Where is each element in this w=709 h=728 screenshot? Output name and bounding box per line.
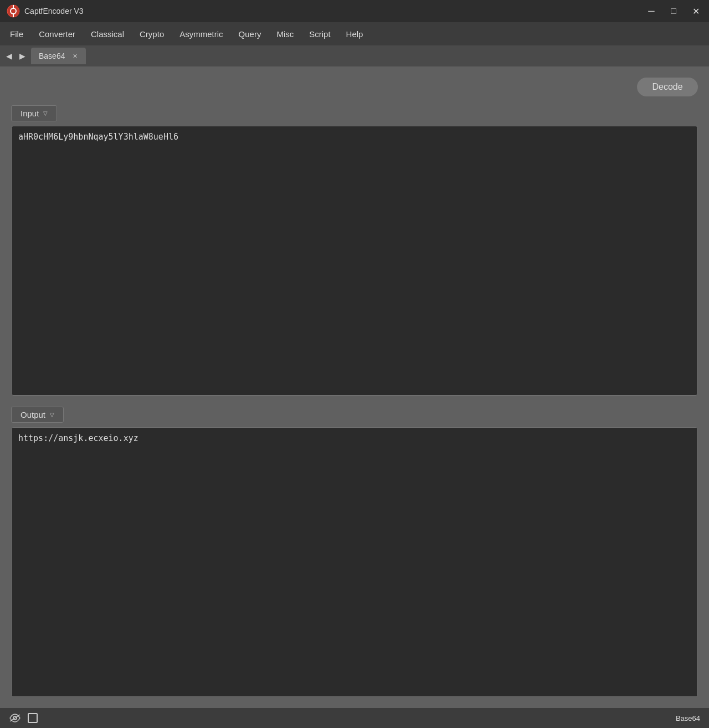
main-content: Decode Input ▽ Output ▽ https://ansjk.ec… [0, 66, 709, 708]
input-dropdown-arrow-icon: ▽ [43, 110, 48, 116]
menu-classical[interactable]: Classical [83, 26, 132, 42]
minimize-button[interactable]: ─ [645, 4, 658, 18]
menu-crypto[interactable]: Crypto [132, 26, 172, 42]
menubar: File Converter Classical Crypto Asymmetr… [0, 22, 709, 45]
input-label-row: Input ▽ [11, 105, 698, 121]
input-textarea[interactable] [18, 132, 691, 389]
input-label-button[interactable]: Input ▽ [11, 105, 57, 121]
menu-file[interactable]: File [2, 26, 31, 42]
output-label-text: Output [20, 410, 45, 419]
window-controls: ─ □ ✕ [645, 4, 702, 18]
output-section: Output ▽ https://ansjk.ecxeio.xyz [11, 407, 698, 697]
menu-misc[interactable]: Misc [269, 26, 301, 42]
decode-button[interactable]: Decode [637, 78, 698, 96]
output-box: https://ansjk.ecxeio.xyz [11, 427, 698, 697]
input-box [11, 126, 698, 396]
tab-close-button[interactable]: × [70, 52, 79, 60]
app-title: CaptfEncoder V3 [24, 7, 645, 16]
menu-script[interactable]: Script [301, 26, 338, 42]
menu-query[interactable]: Query [231, 26, 269, 42]
tab-prev-button[interactable]: ◀ [2, 49, 16, 63]
input-section: Input ▽ [11, 105, 698, 396]
statusbar-mode-label: Base64 [676, 714, 700, 722]
menu-converter[interactable]: Converter [31, 26, 83, 42]
statusbar-square-icon[interactable] [28, 713, 38, 723]
close-button[interactable]: ✕ [689, 4, 702, 18]
menu-asymmetric[interactable]: Asymmetric [172, 26, 230, 42]
output-label-row: Output ▽ [11, 407, 698, 423]
app-logo-icon [7, 4, 20, 18]
tab-next-button[interactable]: ▶ [16, 49, 29, 63]
output-value: https://ansjk.ecxeio.xyz [18, 433, 691, 691]
tabbar: ◀ ▶ Base64 × [0, 45, 709, 66]
input-label-text: Input [20, 109, 39, 118]
statusbar-eye-icon[interactable] [9, 712, 21, 724]
menu-help[interactable]: Help [338, 26, 371, 42]
output-label-button[interactable]: Output ▽ [11, 407, 64, 423]
statusbar: Base64 [0, 708, 709, 728]
titlebar: CaptfEncoder V3 ─ □ ✕ [0, 0, 709, 22]
decode-row: Decode [11, 78, 698, 96]
tab-base64[interactable]: Base64 × [31, 48, 86, 64]
maximize-button[interactable]: □ [667, 4, 680, 18]
output-dropdown-arrow-icon: ▽ [50, 412, 54, 418]
statusbar-left [9, 712, 38, 724]
tab-label: Base64 [39, 52, 65, 60]
